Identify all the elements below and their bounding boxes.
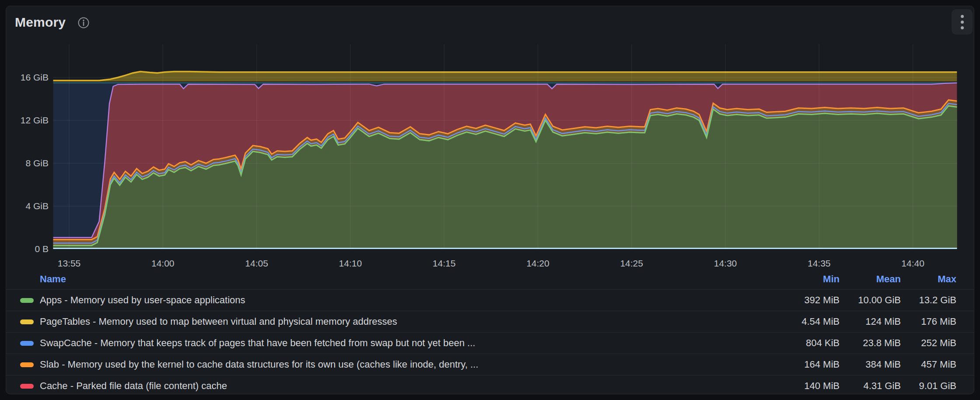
memory-panel: Memory 0 B4 GiB8 GiB12 <box>6 6 974 394</box>
legend-series-name[interactable]: Cache - Parked file data (file content) … <box>40 380 778 392</box>
legend-header-name[interactable]: Name <box>20 274 778 285</box>
series-color-swatch <box>20 319 34 324</box>
legend-min-value: 804 KiB <box>778 337 840 349</box>
x-axis-tick-label: 14:15 <box>433 258 456 269</box>
legend-mean-value: 4.31 GiB <box>840 380 901 392</box>
legend-mean-value: 124 MiB <box>840 316 901 327</box>
series-color-swatch <box>20 341 34 346</box>
legend-min-value: 4.54 MiB <box>778 316 840 327</box>
legend-max-value: 252 MiB <box>901 337 956 349</box>
series-color-swatch <box>20 362 34 367</box>
legend-mean-value: 384 MiB <box>840 359 901 370</box>
legend-max-value: 457 MiB <box>901 359 956 370</box>
legend-mean-value: 10.00 GiB <box>840 295 901 306</box>
y-axis-tick-label: 0 B <box>6 243 49 255</box>
panel-title[interactable]: Memory <box>15 15 66 30</box>
info-icon-glyph <box>77 17 90 29</box>
memory-stacked-area-chart[interactable] <box>53 44 957 249</box>
x-axis-tick-label: 14:25 <box>620 258 643 269</box>
legend-row: Cache - Parked file data (file content) … <box>6 375 974 394</box>
legend-min-value: 164 MiB <box>778 359 840 370</box>
x-axis-tick-label: 14:40 <box>901 258 924 269</box>
y-axis-tick-label: 12 GiB <box>6 115 49 126</box>
y-axis-tick-label: 16 GiB <box>6 72 49 83</box>
legend-row: SwapCache - Memory that keeps track of p… <box>6 332 974 354</box>
kebab-menu-icon[interactable] <box>952 9 973 35</box>
legend-rows: Apps - Memory used by user-space applica… <box>6 289 974 394</box>
legend-min-value: 140 MiB <box>778 380 840 392</box>
legend-max-value: 176 MiB <box>901 316 956 327</box>
legend-header-row: Name Min Mean Max <box>6 269 974 289</box>
legend-series-name[interactable]: Apps - Memory used by user-space applica… <box>40 295 778 306</box>
x-axis-tick-label: 14:35 <box>808 258 831 269</box>
legend-row: Slab - Memory used by the kernel to cach… <box>6 354 974 375</box>
x-axis-tick-label: 14:20 <box>526 258 550 269</box>
legend-max-value: 9.01 GiB <box>901 380 956 392</box>
legend-header-max[interactable]: Max <box>901 274 956 285</box>
legend-series-name[interactable]: Slab - Memory used by the kernel to cach… <box>40 359 778 370</box>
x-axis-tick-label: 14:05 <box>245 258 268 269</box>
y-axis-tick-label: 8 GiB <box>6 158 49 169</box>
x-axis-tick-label: 14:00 <box>151 258 175 269</box>
legend-row: PageTables - Memory used to map between … <box>6 311 974 332</box>
legend-series-name[interactable]: PageTables - Memory used to map between … <box>40 316 778 327</box>
series-color-swatch <box>20 384 34 389</box>
x-axis-tick-label: 13:55 <box>58 258 81 269</box>
legend-row: Apps - Memory used by user-space applica… <box>6 289 974 311</box>
legend-min-value: 392 MiB <box>778 295 840 306</box>
x-axis-tick-label: 14:30 <box>714 258 737 269</box>
legend-series-name[interactable]: SwapCache - Memory that keeps track of p… <box>40 337 778 349</box>
legend-table: Name Min Mean Max Apps - Memory used by … <box>6 269 974 394</box>
x-axis-tick-label: 14:10 <box>339 258 362 269</box>
legend-mean-value: 23.8 MiB <box>840 337 901 349</box>
legend-header-mean[interactable]: Mean <box>840 274 901 285</box>
series-color-swatch <box>20 298 34 303</box>
legend-header-min[interactable]: Min <box>778 274 840 285</box>
y-axis-tick-label: 4 GiB <box>6 200 49 212</box>
pagetables-area <box>53 72 957 82</box>
info-icon[interactable] <box>77 17 90 29</box>
legend-max-value: 13.2 GiB <box>901 295 956 306</box>
